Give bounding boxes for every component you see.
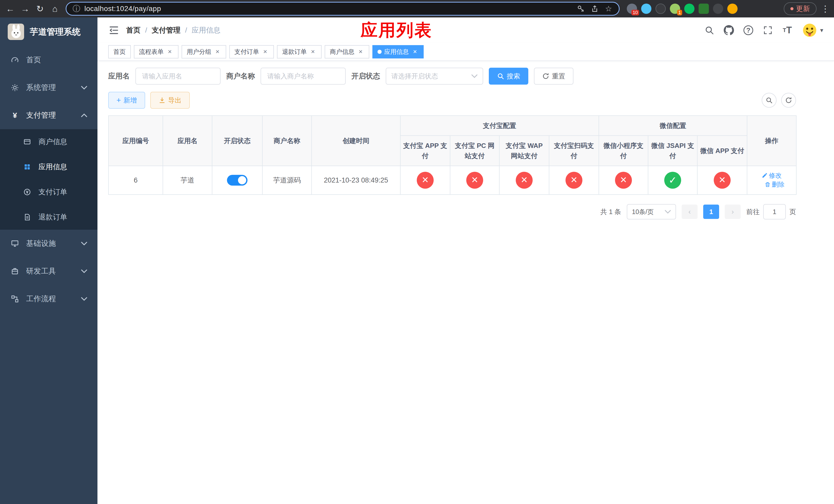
- col-status: 开启状态: [212, 116, 262, 166]
- col-alipay-qr: 支付宝扫码支付: [549, 136, 599, 166]
- fullscreen-icon[interactable]: [763, 25, 773, 36]
- cell-status: [212, 166, 262, 194]
- share-icon[interactable]: [591, 5, 599, 13]
- sidebar-item-payment[interactable]: ¥ 支付管理: [0, 101, 97, 129]
- tab-merchant-info[interactable]: 商户信息 ×: [325, 45, 369, 59]
- close-icon[interactable]: ×: [166, 48, 173, 55]
- edit-button[interactable]: 修改: [762, 171, 782, 180]
- address-bar[interactable]: ⓘ localhost:1024/pay/app ☆: [66, 2, 620, 16]
- browser-home-button[interactable]: ⌂: [48, 2, 62, 15]
- refund-doc-icon: [23, 212, 32, 222]
- browser-back-button[interactable]: ←: [4, 2, 17, 15]
- breadcrumb-home[interactable]: 首页: [126, 25, 140, 35]
- active-dot-icon: [377, 50, 381, 54]
- close-icon[interactable]: ×: [309, 48, 316, 55]
- reset-button[interactable]: 重置: [534, 68, 573, 85]
- sidebar-item-workflow[interactable]: 工作流程: [0, 285, 97, 313]
- tags-view: 首页 流程表单 × 用户分组 × 支付订单 × 退款订单 × 商户信息 ×: [97, 43, 834, 61]
- extension-icon[interactable]: [641, 4, 652, 14]
- tab-app-info[interactable]: 应用信息 ×: [372, 45, 424, 59]
- close-icon[interactable]: ×: [214, 48, 221, 55]
- add-button[interactable]: + 新增: [108, 92, 145, 109]
- yen-icon: ¥: [10, 111, 20, 120]
- total-count: 共 1 条: [600, 207, 621, 216]
- sidebar-item-home[interactable]: 首页: [0, 46, 97, 74]
- col-app-name: 应用名: [163, 116, 212, 166]
- tab-refund-order[interactable]: 退款订单 ×: [277, 45, 322, 59]
- export-button[interactable]: 导出: [150, 92, 190, 109]
- site-info-icon[interactable]: ⓘ: [72, 4, 80, 14]
- plus-icon: +: [116, 96, 121, 104]
- extension-icon[interactable]: [684, 4, 695, 14]
- extension-icon[interactable]: [713, 4, 723, 14]
- status-toggle[interactable]: [227, 175, 247, 186]
- table-toolbar: + 新增 导出: [108, 92, 796, 109]
- search-icon[interactable]: [704, 25, 715, 36]
- bookmark-star-icon[interactable]: ☆: [605, 5, 613, 13]
- prev-page-button[interactable]: ‹: [682, 205, 698, 219]
- refresh-table-button[interactable]: [781, 93, 796, 108]
- browser-forward-button[interactable]: →: [19, 2, 32, 15]
- app-name-label: 应用名: [108, 71, 130, 81]
- font-size-icon[interactable]: TT: [782, 25, 792, 36]
- cell-wechat-lite: [599, 166, 648, 194]
- pagination: 共 1 条 10条/页 ‹ 1 › 前往 页: [108, 204, 796, 220]
- browser-reload-button[interactable]: ↻: [33, 2, 47, 15]
- close-icon[interactable]: ×: [357, 48, 364, 55]
- sidebar-item-merchant-info[interactable]: 商户信息: [0, 129, 97, 154]
- status-select[interactable]: 请选择开启状态: [386, 68, 483, 85]
- page-size-select[interactable]: 10条/页: [627, 204, 676, 220]
- browser-update-button[interactable]: 更新: [784, 2, 816, 15]
- close-icon[interactable]: ×: [262, 48, 269, 55]
- sidebar-item-app-info[interactable]: 应用信息: [0, 154, 97, 180]
- extension-icon[interactable]: [656, 4, 666, 14]
- password-key-icon[interactable]: [577, 5, 585, 13]
- top-navbar: 首页 支付管理 应用信息 应用列表 ? TT: [97, 18, 834, 43]
- sidebar-item-infra[interactable]: 基础设施: [0, 230, 97, 257]
- col-create-time: 创建时间: [312, 116, 400, 166]
- sidebar-logo: 芋道管理系统: [0, 18, 97, 46]
- grid-icon: [23, 162, 32, 171]
- user-avatar[interactable]: ▾: [802, 22, 823, 38]
- search-button[interactable]: 搜索: [489, 68, 528, 85]
- goto-label: 前往: [746, 207, 760, 216]
- tab-process-form[interactable]: 流程表单 ×: [134, 45, 178, 59]
- col-alipay-pc: 支付宝 PC 网站支付: [450, 136, 499, 166]
- search-icon: [497, 72, 504, 80]
- extension-icon[interactable]: 1: [670, 4, 680, 14]
- toggle-search-button[interactable]: [762, 93, 776, 108]
- app-name-input[interactable]: [135, 68, 221, 85]
- refresh-icon: [542, 72, 549, 80]
- breadcrumb-current: 应用信息: [180, 25, 221, 35]
- breadcrumb-payment[interactable]: 支付管理: [140, 25, 180, 35]
- chevron-down-icon: [665, 209, 671, 215]
- tab-home[interactable]: 首页: [108, 45, 131, 59]
- help-icon[interactable]: ?: [743, 25, 753, 36]
- extension-icon[interactable]: [727, 4, 738, 14]
- close-icon[interactable]: ×: [411, 48, 419, 55]
- hamburger-icon[interactable]: [108, 25, 119, 36]
- status-check-icon: [664, 172, 681, 189]
- extension-icon[interactable]: [699, 4, 709, 14]
- merchant-name-input[interactable]: [261, 68, 346, 85]
- cell-app-id: 6: [109, 166, 163, 194]
- next-page-button[interactable]: ›: [725, 205, 741, 219]
- avatar-image: [802, 22, 818, 38]
- goto-page-input[interactable]: [763, 204, 786, 220]
- sidebar-item-pay-order[interactable]: 支付订单: [0, 180, 97, 205]
- browser-menu-icon[interactable]: ⋮: [820, 4, 830, 14]
- sidebar-item-refund-order[interactable]: 退款订单: [0, 205, 97, 230]
- extension-icon[interactable]: 10: [627, 4, 637, 14]
- page-number-1[interactable]: 1: [703, 205, 719, 219]
- delete-button[interactable]: 删除: [765, 180, 785, 189]
- tab-pay-order[interactable]: 支付订单 ×: [229, 45, 274, 59]
- sidebar-item-system[interactable]: 系统管理: [0, 74, 97, 101]
- github-icon[interactable]: [724, 25, 734, 36]
- filter-form: 应用名 商户名称 开启状态 请选择开启状态 搜索 重置: [108, 68, 796, 85]
- card-icon: [23, 137, 32, 146]
- status-cross-icon: [516, 172, 533, 189]
- update-dot-icon: [790, 7, 793, 10]
- tab-user-group[interactable]: 用户分组 ×: [181, 45, 226, 59]
- sidebar-item-dev-tools[interactable]: 研发工具: [0, 257, 97, 285]
- col-alipay-wap: 支付宝 WAP 网站支付: [499, 136, 549, 166]
